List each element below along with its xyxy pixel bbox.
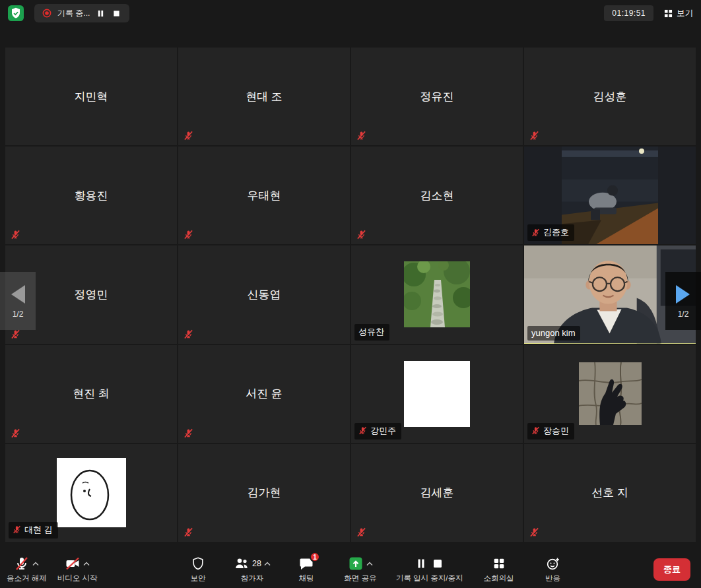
participant-tile[interactable]: 서진 윤 bbox=[178, 345, 350, 443]
mic-muted-icon bbox=[358, 426, 367, 435]
chat-label: 채팅 bbox=[298, 573, 314, 583]
participant-name: yungon kim bbox=[531, 328, 575, 338]
participant-name: 장승민 bbox=[543, 425, 569, 437]
meeting-toolbar: 음소거 해제 비디오 시작 bbox=[0, 551, 701, 588]
participant-name: 김종호 bbox=[543, 226, 569, 238]
participant-tile[interactable]: 황용진 bbox=[5, 147, 177, 244]
next-arrow-icon bbox=[675, 284, 692, 305]
mic-muted-icon bbox=[531, 228, 540, 237]
share-screen-icon bbox=[348, 556, 364, 572]
participant-name-tag: 김종호 bbox=[527, 224, 574, 241]
participant-name: 우태현 bbox=[178, 147, 350, 244]
participant-tile[interactable]: 김세훈 bbox=[351, 444, 523, 542]
breakout-rooms-button[interactable]: 소회의실 bbox=[481, 556, 517, 583]
recording-controls-button[interactable]: 기록 일시 중지/중지 bbox=[396, 556, 463, 583]
page-indicator: 1/2 bbox=[678, 310, 689, 319]
pause-icon bbox=[97, 10, 104, 17]
participant-name: 김성훈 bbox=[524, 48, 696, 145]
share-screen-button[interactable]: 화면 공유 bbox=[342, 556, 379, 583]
meeting-topbar: 기록 중... 01:19:51 보기 bbox=[0, 0, 701, 26]
breakout-rooms-icon bbox=[492, 556, 506, 571]
page-indicator: 1/2 bbox=[13, 310, 24, 319]
participant-tile[interactable]: 지민혁 bbox=[5, 48, 177, 145]
stop-icon bbox=[113, 10, 120, 17]
mic-muted-icon bbox=[529, 131, 539, 141]
participant-name: 지민혁 bbox=[5, 48, 177, 145]
mic-muted-icon bbox=[356, 230, 366, 240]
participant-tile[interactable]: 김성훈 bbox=[524, 48, 696, 145]
participant-name-tag: 성유찬 bbox=[354, 324, 389, 341]
participant-tile[interactable]: 김가현 bbox=[178, 444, 350, 542]
mic-muted-icon bbox=[184, 230, 193, 240]
participant-name: 강민주 bbox=[370, 425, 396, 437]
toolbar-center-group: 보안 28 참가자 bbox=[97, 556, 653, 583]
participant-tile[interactable]: 장승민 bbox=[524, 345, 696, 443]
video-blank-white bbox=[404, 361, 470, 427]
mic-muted-icon bbox=[356, 527, 366, 537]
participant-tile[interactable]: 현진 최 bbox=[5, 345, 177, 443]
chevron-up-icon[interactable] bbox=[32, 562, 39, 566]
chevron-up-icon[interactable] bbox=[264, 562, 271, 566]
chat-button[interactable]: 1 채팅 bbox=[288, 556, 325, 583]
video-night-scene bbox=[562, 147, 658, 244]
participants-icon bbox=[234, 556, 250, 572]
participant-tile[interactable]: 성유찬 bbox=[351, 245, 523, 343]
security-label: 보안 bbox=[190, 573, 205, 583]
participant-name: 현대 조 bbox=[178, 48, 350, 145]
participant-tile[interactable]: 김종호 bbox=[524, 147, 696, 244]
participant-name: 대현 김 bbox=[24, 524, 53, 536]
participant-name: 성유찬 bbox=[358, 326, 384, 338]
end-meeting-button[interactable]: 종료 bbox=[653, 558, 690, 581]
video-off-icon bbox=[65, 556, 81, 572]
mic-muted-icon bbox=[531, 426, 540, 435]
unmute-button[interactable]: 음소거 해제 bbox=[7, 556, 47, 583]
reactions-button[interactable]: 반응 bbox=[535, 556, 572, 583]
stop-recording-icon[interactable] bbox=[432, 558, 444, 570]
participant-tile[interactable]: 현대 조 bbox=[178, 48, 350, 145]
participant-tile[interactable]: 대현 김 bbox=[5, 444, 177, 542]
meeting-timer: 01:19:51 bbox=[604, 5, 653, 21]
security-shield-icon[interactable] bbox=[8, 5, 24, 21]
video-gallery: 지민혁 현대 조 정유진 김성훈 황용진 우태현 bbox=[5, 48, 696, 542]
mic-muted-icon bbox=[529, 527, 539, 537]
chevron-up-icon[interactable] bbox=[83, 562, 90, 566]
video-hand-stone bbox=[579, 362, 642, 425]
chat-unread-badge: 1 bbox=[310, 552, 320, 562]
participant-tile[interactable]: 신동엽 bbox=[178, 245, 350, 343]
reactions-smiley-icon bbox=[545, 556, 561, 572]
participant-tile[interactable]: 강민주 bbox=[351, 345, 523, 443]
start-video-button[interactable]: 비디오 시작 bbox=[57, 556, 98, 583]
topbar-right: 01:19:51 보기 bbox=[604, 5, 693, 21]
view-button[interactable]: 보기 bbox=[664, 8, 693, 19]
participant-tile[interactable]: 선호 지 bbox=[524, 444, 696, 542]
unmute-label: 음소거 해제 bbox=[7, 573, 47, 583]
gallery-next-button[interactable]: 1/2 bbox=[665, 272, 701, 330]
pause-recording-icon[interactable] bbox=[415, 558, 427, 570]
security-button[interactable]: 보안 bbox=[180, 556, 217, 583]
participant-name-tag: 대현 김 bbox=[9, 522, 58, 539]
participant-name: 김세훈 bbox=[351, 444, 523, 542]
chevron-up-icon[interactable] bbox=[366, 562, 373, 566]
mic-muted-icon bbox=[184, 527, 193, 537]
participant-grid: 지민혁 현대 조 정유진 김성훈 황용진 우태현 bbox=[5, 48, 696, 542]
participants-label: 참가자 bbox=[241, 573, 264, 583]
mic-muted-icon bbox=[11, 329, 20, 339]
participants-button[interactable]: 28 참가자 bbox=[234, 556, 271, 583]
record-dot-icon bbox=[42, 9, 51, 18]
toolbar-left-group: 음소거 해제 비디오 시작 bbox=[7, 556, 97, 583]
recording-indicator: 기록 중... bbox=[34, 4, 129, 22]
participant-tile[interactable]: 정유진 bbox=[351, 48, 523, 145]
recording-stop-button[interactable] bbox=[112, 9, 121, 18]
mic-muted-icon bbox=[184, 131, 193, 141]
mic-muted-icon bbox=[11, 428, 20, 438]
recording-pause-button[interactable] bbox=[96, 9, 106, 18]
mic-muted-icon bbox=[184, 428, 193, 438]
participant-name-tag: 강민주 bbox=[354, 423, 401, 440]
participant-tile[interactable]: 우태현 bbox=[178, 147, 350, 244]
gallery-prev-button[interactable]: 1/2 bbox=[0, 272, 36, 330]
mic-muted-icon bbox=[356, 131, 366, 141]
shield-icon bbox=[191, 556, 205, 571]
prev-arrow-icon bbox=[9, 284, 26, 305]
participant-tile[interactable]: 김소현 bbox=[351, 147, 523, 244]
participant-name-tag: yungon kim bbox=[527, 326, 580, 341]
